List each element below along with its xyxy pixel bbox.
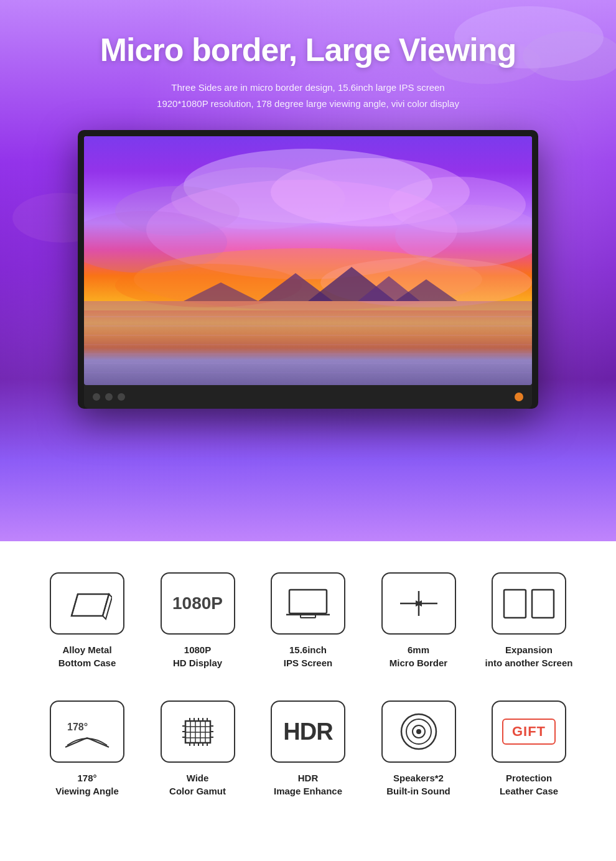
hero-subtitle: Three Sides are in micro border design, … (157, 80, 459, 111)
border-icon-box (381, 572, 456, 635)
feature-viewing-angle: 178° 178° Viewing Angle (37, 700, 137, 798)
speakers-label-main: Speakers*2 (393, 771, 444, 784)
screen-clouds-svg (84, 136, 532, 385)
1080p-icon-box: 1080P (161, 572, 235, 635)
ips-label-sub: IPS Screen (284, 656, 332, 669)
viewing-angle-icon: 178° (62, 713, 112, 750)
leather-case-icon-box: GIFT (492, 700, 566, 763)
feature-alloy-metal: Alloy Metal Bottom Case (37, 572, 137, 669)
feature-micro-border: 6mm Micro Border (369, 572, 469, 669)
monitor-bottom-bar (84, 385, 532, 409)
alloy-label-sub: Bottom Case (58, 656, 116, 669)
color-gamut-label-sub: Color Gamut (169, 784, 226, 798)
expansion-icon-box (492, 572, 566, 635)
hero-section: Micro border, Large Viewing Three Sides … (0, 0, 616, 541)
feature-expansion: Expansion into another Screen (479, 572, 579, 669)
hd-label-sub: HD Display (173, 656, 222, 669)
monitor-button-3 (118, 393, 125, 401)
monitor-button-2 (105, 393, 113, 401)
feature-1080p: 1080P 1080P HD Display (148, 572, 248, 669)
features-row-2: 178° 178° Viewing Angle (37, 700, 579, 798)
border-icon (394, 585, 444, 622)
hd-label-main: 1080P (184, 643, 211, 656)
ips-label-main: 15.6inch (289, 643, 327, 656)
monitor-frame (78, 130, 538, 409)
monitor-mockup (78, 130, 538, 409)
hero-title: Micro border, Large Viewing (100, 31, 516, 68)
svg-rect-40 (504, 590, 526, 618)
hdr-label-main: HDR (298, 771, 319, 784)
expansion-icon (501, 584, 557, 624)
ips-icon-box (271, 572, 345, 635)
alloy-label-main: Alloy Metal (62, 643, 111, 656)
gift-label-box: GIFT (502, 719, 556, 745)
color-gamut-icon-box (161, 700, 235, 763)
feature-speakers: Speakers*2 Built-in Sound (369, 700, 469, 798)
monitor-screen (84, 136, 532, 385)
svg-rect-41 (532, 590, 554, 618)
speakers-icon (397, 712, 441, 752)
svg-text:178°: 178° (67, 722, 88, 732)
leather-label-main: Protection (506, 771, 552, 784)
svg-line-31 (72, 594, 78, 616)
leather-label-sub: Leather Case (500, 784, 558, 798)
monitor-power-indicator (515, 393, 523, 401)
features-section: Alloy Metal Bottom Case 1080P 1080P HD D… (0, 541, 616, 847)
alloy-icon (62, 585, 112, 622)
1080p-text: 1080P (172, 593, 223, 613)
viewing-angle-icon-box: 178° (50, 700, 124, 763)
features-row-1: Alloy Metal Bottom Case 1080P 1080P HD D… (37, 572, 579, 669)
screen-icon (283, 585, 333, 622)
hdr-icon-box: HDR (271, 700, 345, 763)
speakers-icon-box (381, 700, 456, 763)
feature-color-gamut: Wide Color Gamut (148, 700, 248, 798)
border-label-main: 6mm (408, 643, 429, 656)
angle-label-sub: Viewing Angle (55, 784, 119, 798)
border-label-sub: Micro Border (390, 656, 447, 669)
alloy-metal-icon-box (50, 572, 124, 635)
expansion-label-sub: into another Screen (485, 656, 573, 669)
gift-text: GIFT (512, 724, 546, 739)
speakers-label-sub: Built-in Sound (386, 784, 450, 798)
expansion-label-main: Expansion (505, 643, 553, 656)
hdr-label-sub: Image Enhance (274, 784, 342, 798)
svg-rect-34 (301, 615, 315, 618)
angle-label-main: 178° (77, 771, 96, 784)
svg-point-72 (416, 729, 421, 734)
feature-ips-screen: 15.6inch IPS Screen (258, 572, 358, 669)
color-gamut-label-main: Wide (187, 771, 209, 784)
feature-hdr: HDR HDR Image Enhance (258, 700, 358, 798)
color-gamut-icon (173, 712, 223, 752)
feature-leather-case: GIFT Protection Leather Case (479, 700, 579, 798)
hdr-text: HDR (283, 719, 332, 745)
monitor-button-1 (93, 393, 100, 401)
svg-marker-30 (103, 594, 112, 619)
svg-rect-32 (289, 590, 327, 613)
